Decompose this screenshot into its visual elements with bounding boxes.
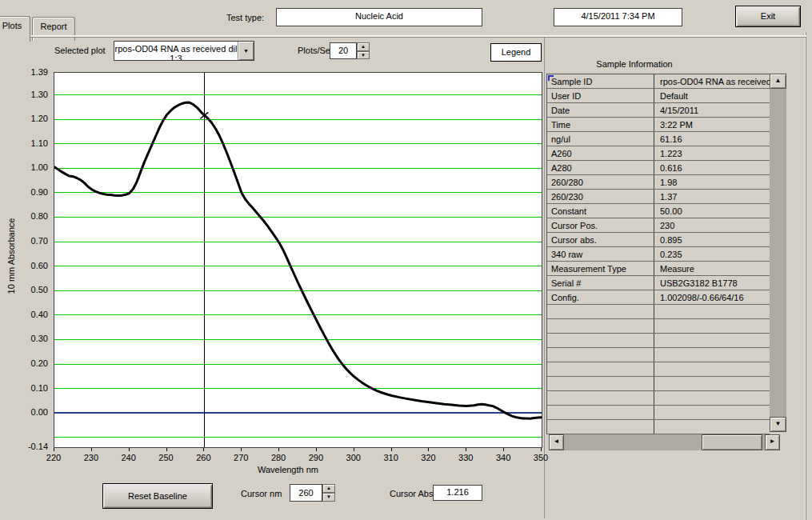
row-label[interactable]: A260	[547, 146, 654, 160]
hscroll-thumb[interactable]	[702, 434, 762, 450]
row-label[interactable]	[547, 362, 654, 376]
exit-button[interactable]: Exit	[735, 6, 801, 27]
tab-plots[interactable]: Plots	[0, 16, 30, 42]
table-row: Constant50.00	[547, 204, 770, 218]
x-tick-mark	[466, 448, 466, 451]
table-row: Measurement TypeMeasure	[547, 262, 770, 276]
table-row	[547, 391, 770, 406]
row-value[interactable]	[654, 420, 770, 434]
row-value[interactable]: Default	[654, 89, 770, 102]
row-value[interactable]: 0.616	[654, 161, 770, 174]
x-tick-label: 280	[264, 453, 293, 462]
scroll-up-icon[interactable]: ▲	[770, 74, 786, 89]
x-tick-label: 240	[114, 453, 143, 462]
row-value[interactable]	[654, 319, 770, 333]
row-value[interactable]	[654, 406, 770, 419]
row-value[interactable]: 4/15/2011	[654, 103, 770, 117]
row-label[interactable]: ng/ul	[547, 132, 654, 146]
row-value[interactable]: USB2G3182 B1778	[654, 276, 770, 290]
row-value[interactable]: 3:22 PM	[654, 118, 770, 131]
row-value[interactable]	[654, 334, 770, 347]
row-label[interactable]: Constant	[547, 204, 654, 218]
sample-info-vscrollbar[interactable]	[770, 74, 786, 432]
spin-down-icon[interactable]: ▼	[322, 493, 335, 502]
row-value[interactable]	[654, 362, 770, 376]
row-value[interactable]: Measure	[654, 262, 770, 275]
table-row	[547, 305, 770, 319]
x-tick-mark	[278, 448, 279, 451]
row-label[interactable]: A280	[547, 161, 654, 174]
legend-button[interactable]: Legend	[490, 43, 542, 62]
row-label[interactable]	[547, 420, 654, 434]
plots-per-set-value[interactable]: 20	[330, 42, 357, 59]
cursor-abs-label: Cursor Abs.	[390, 489, 435, 498]
x-tick-label: 260	[189, 453, 218, 462]
row-label[interactable]	[547, 334, 654, 347]
row-value[interactable]	[654, 305, 770, 318]
row-value[interactable]	[654, 348, 770, 362]
scroll-left-icon[interactable]: ◄	[549, 434, 564, 450]
row-value[interactable]: 0.895	[654, 233, 770, 246]
panel-divider	[544, 37, 545, 518]
reset-baseline-button[interactable]: Reset Baseline	[102, 483, 213, 509]
y-tick-label: 1.10	[16, 138, 48, 148]
test-type-field[interactable]: Nucleic Acid	[276, 8, 482, 26]
row-label[interactable]: Cursor Pos.	[547, 218, 654, 232]
y-axis-title: 10 mm Absorbance	[6, 216, 16, 296]
nanodrop-window: Plots Report Test type: Nucleic Acid 4/1…	[0, 0, 812, 520]
test-type-value: Nucleic Acid	[277, 9, 482, 21]
row-label[interactable]	[547, 391, 654, 405]
row-label[interactable]: Time	[547, 118, 654, 131]
row-value[interactable]: 1.98	[654, 175, 770, 189]
spin-down-icon[interactable]: ▼	[357, 51, 370, 60]
spin-up-icon[interactable]: ▲	[357, 42, 370, 51]
row-value[interactable]: 50.00	[654, 204, 770, 218]
scroll-right-icon[interactable]: ►	[765, 434, 780, 450]
x-tick-mark	[354, 448, 354, 451]
row-label[interactable]: Serial #	[547, 276, 654, 290]
row-label[interactable]: Sample ID	[547, 74, 654, 88]
x-tick-label: 310	[377, 453, 406, 462]
row-label[interactable]: Measurement Type	[547, 262, 654, 275]
legend-button-label: Legend	[502, 47, 531, 57]
dropdown-arrow-icon[interactable]: ▼	[238, 42, 254, 60]
y-tick-label: 1.00	[16, 162, 48, 172]
row-value[interactable]: 1.223	[654, 146, 770, 160]
row-value[interactable]	[654, 391, 770, 405]
row-value[interactable]: 1.002098/-0.66/64/16	[654, 290, 770, 304]
selected-plot-dropdown[interactable]: rpos-OD04 RNA as received dil 1:3 ▼	[114, 41, 254, 61]
x-tick-mark	[391, 448, 392, 451]
spectrum-plot-area[interactable]	[54, 72, 542, 448]
row-label[interactable]	[547, 406, 654, 419]
row-label[interactable]	[547, 319, 654, 333]
row-value[interactable]: 230	[654, 218, 770, 232]
row-value[interactable]: 61.16	[654, 132, 770, 146]
y-tick-label: 0.00	[16, 407, 48, 417]
row-label[interactable]	[547, 305, 654, 318]
row-label[interactable]: Cursor abs.	[547, 233, 654, 246]
row-label[interactable]	[547, 377, 654, 390]
row-value[interactable]: 1.37	[654, 190, 770, 203]
row-label[interactable]	[547, 348, 654, 362]
row-label[interactable]: 260/280	[547, 175, 654, 189]
row-label[interactable]: Config.	[547, 290, 654, 304]
y-tick-label: 0.50	[16, 285, 48, 294]
datetime-display: 4/15/2011 7:34 PM	[554, 8, 682, 26]
cursor-nm-value[interactable]: 260	[290, 484, 322, 502]
x-tick-label: 330	[451, 453, 480, 462]
y-tick-label: 0.40	[16, 310, 48, 319]
row-label[interactable]: 260/230	[547, 190, 654, 203]
row-value[interactable]: rpos-OD04 RNA as received dil 1:3	[654, 74, 770, 88]
spin-up-icon[interactable]: ▲	[322, 484, 335, 493]
row-value[interactable]	[654, 377, 770, 390]
row-value[interactable]: 0.235	[654, 247, 770, 261]
y-tick-label: 0.30	[16, 334, 48, 343]
scroll-down-icon[interactable]: ▼	[770, 417, 786, 432]
plots-per-set-label: Plots/Set	[298, 46, 333, 55]
datetime-value: 4/15/2011 7:34 PM	[554, 9, 682, 21]
x-tick-mark	[503, 448, 504, 451]
row-label[interactable]: 340 raw	[547, 247, 654, 261]
row-label[interactable]: User ID	[547, 89, 654, 102]
row-label[interactable]: Date	[547, 103, 654, 117]
table-row	[547, 334, 770, 348]
